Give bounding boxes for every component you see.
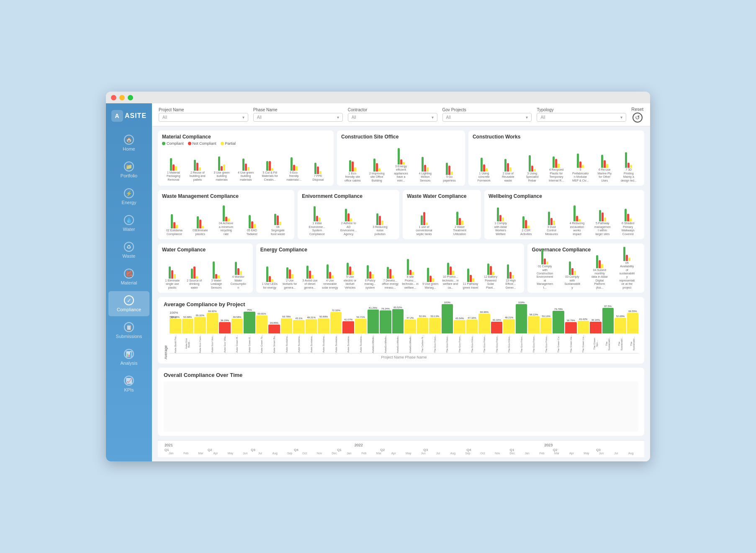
avg-bar: [256, 315, 268, 333]
bar-label: 1 Using concrete Formwork: [476, 172, 492, 182]
sidebar-item-portfolio[interactable]: 📁 Portfolio: [108, 157, 149, 182]
avg-project-label: Asite-Sustaina...: [285, 334, 288, 353]
avg-bar: [627, 313, 639, 333]
red-bar: [423, 212, 425, 225]
avg-bar: [578, 321, 589, 333]
maximize-icon[interactable]: [128, 95, 133, 100]
minimize-icon[interactable]: [119, 95, 125, 100]
bar-label: 4 Reducing excavation works impact: [568, 222, 585, 236]
sidebar-item-energy[interactable]: ⚡ Energy: [108, 184, 149, 209]
reset-button[interactable]: Reset ↺: [631, 107, 643, 123]
green-bar: [481, 158, 483, 172]
yellow-bar: [427, 167, 429, 171]
app-window: A ASITE 🏠 Home 📁 Portfolio ⚡ Energy 💧: [106, 92, 650, 461]
timeline-month: Aug: [267, 452, 282, 455]
green-bar: [169, 266, 171, 279]
green-bar: [223, 205, 225, 221]
avg-pct-label: 100%: [444, 301, 450, 304]
sidebar-item-waste[interactable]: ♻ Waste: [108, 238, 149, 263]
bar-label: 02 Estidama Compliance: [166, 229, 183, 236]
avg-bar-group: 52.9%The Carbon N...: [417, 315, 429, 353]
filter-gov-projects: Gov Projects All ▾: [442, 108, 532, 122]
filter-phase-select[interactable]: All ▾: [253, 113, 343, 122]
red-bar: [450, 266, 452, 275]
avg-bar-group: 81.25%AsiteEcoMedic...: [368, 307, 379, 353]
filter-gov-label: Gov Projects: [442, 108, 532, 112]
avg-bar: [404, 320, 416, 333]
avg-bar: [281, 318, 293, 333]
not-compliant-dot: [188, 142, 191, 145]
timeline-month: Feb: [357, 452, 371, 455]
yellow-bar: [486, 168, 488, 172]
water-icon: 💧: [124, 215, 134, 225]
row-1: Material Compliance Compliant Not Compli…: [158, 131, 644, 186]
avg-bar: [244, 312, 255, 334]
yellow-bar: [319, 218, 321, 221]
filter-project-select[interactable]: All ▾: [159, 113, 248, 122]
sidebar-item-water[interactable]: 💧 Water: [108, 211, 149, 236]
env-bar-chart: 1 Initial Environme... System Compliance…: [302, 202, 395, 236]
sidebar-item-analysis[interactable]: 📊 Analysis: [108, 345, 149, 370]
red-bar: [269, 161, 271, 171]
filter-contractor-select[interactable]: All ▾: [348, 113, 437, 122]
bar-group: 6 Re-use Marine-Ply for Other Uses: [593, 143, 616, 182]
bar-group: 3 Avoid use of diesel genera...: [301, 253, 319, 289]
red-bar: [544, 259, 546, 264]
green-bar: [421, 215, 423, 225]
close-icon[interactable]: [111, 95, 116, 100]
avg-bar-group: 48.21%Asite-Sustaina...: [306, 316, 317, 353]
timeline-month: May: [401, 452, 416, 455]
avg-project-label: AsiteEcoMedic...: [372, 334, 374, 353]
filter-typology-select[interactable]: All ▾: [537, 113, 626, 122]
avg-pct-label: 41.07%: [344, 318, 352, 321]
bar-label: 4 Monitor Water Consumption: [230, 275, 247, 289]
yellow-bar: [254, 224, 256, 228]
sidebar-item-submissions[interactable]: 📋 Submissions: [108, 318, 149, 343]
avg-pct-label: 75%: [247, 309, 252, 311]
avg-bar: [170, 319, 181, 333]
sidebar-item-material[interactable]: 🧱 Material: [108, 264, 149, 289]
timeline-month: Dec: [505, 452, 519, 455]
compliant-dot: [162, 142, 165, 145]
filter-gov-select[interactable]: All ▾: [442, 113, 532, 122]
avg-pct-label: 52.68%: [616, 315, 625, 317]
yellow-bar: [426, 223, 428, 225]
yellow-bar: [412, 272, 414, 275]
red-bar: [251, 221, 253, 228]
green-bar: [398, 148, 400, 164]
site-bar-chart: 1 Eco-friendly site office cabins2 Impro…: [341, 149, 461, 182]
yellow-bar: [628, 258, 630, 261]
timeline-quarter: Q3: [423, 448, 466, 452]
sidebar-item-home[interactable]: 🏠 Home: [108, 131, 149, 156]
bar-label: 6 Shaded Primary Walkways Covered: [620, 222, 636, 236]
yellow-bar: [452, 271, 454, 275]
avg-bar: [478, 314, 490, 333]
red-bar: [293, 165, 295, 171]
governance-card: Governance Compliance 01 Comply with Con…: [527, 243, 644, 293]
avg-pct-label: 40.18%: [591, 319, 600, 321]
bar-label: 5 Cut & Fill Materials for Creatin...: [262, 171, 278, 182]
yellow-bar: [403, 162, 405, 164]
construction-site-card: Construction Site Office 1 Eco-friendly …: [337, 131, 465, 186]
timeline-month: Jan: [520, 452, 535, 455]
material-compliance-card: Material Compliance Compliant Not Compli…: [158, 131, 334, 186]
sidebar-item-kpis[interactable]: 📈 KPIs: [108, 371, 149, 397]
green-bar: [286, 267, 288, 279]
sidebar-item-compliance[interactable]: ✓ Compliance: [108, 291, 149, 316]
avg-project-label: The Eco-Frien...: [545, 334, 548, 353]
green-bar: [596, 255, 598, 268]
material-bar-chart: 1 Material Packaging Removal2 Reuse of b…: [162, 148, 329, 182]
red-bar: [269, 276, 271, 282]
timeline-month: Jan: [164, 452, 178, 455]
yellow-bar: [372, 274, 374, 279]
bar-label: 10 Promo... technolo... in welfare and c…: [442, 275, 459, 289]
bar-group: 10 Promo... technolo... in welfare and c…: [441, 250, 460, 289]
avg-bar-group: 100%The Eco-Frien...: [442, 301, 453, 353]
yellow-bar: [176, 225, 178, 228]
avg-bar: [342, 321, 354, 333]
sidebar-label-portfolio: Portfolio: [121, 173, 137, 178]
bar-group: 1 Using concrete Formwork: [473, 146, 496, 182]
timeline-year: [591, 443, 638, 447]
bar-group: 1 Eco-friendly site office cabins: [341, 146, 364, 182]
bar-group: 7 Develo... office energy measu...: [381, 253, 400, 289]
